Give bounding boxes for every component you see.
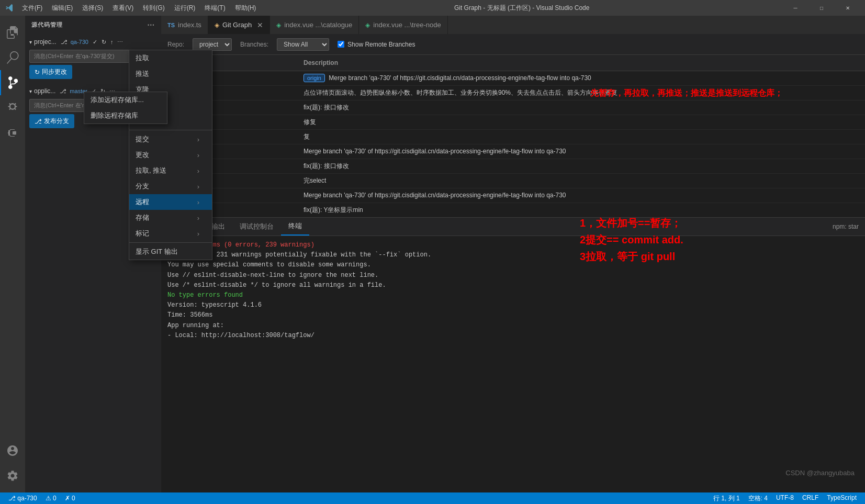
close-button[interactable]: ✕: [836, 0, 860, 16]
status-spaces[interactable]: 空格: 4: [744, 494, 772, 503]
terminal-content[interactable]: ✗ 239 problems (0 errors, 239 warnings) …: [161, 236, 865, 374]
panel-tab-terminal[interactable]: 终端: [281, 218, 309, 236]
activity-debug[interactable]: [0, 95, 25, 120]
status-eol[interactable]: CRLF: [798, 494, 823, 503]
editor-section: Graph Description origin Merge branch 'q…: [161, 55, 865, 492]
sidebar-title-text: 源代码管理: [31, 21, 63, 29]
context-menu-separator: [129, 130, 212, 130]
error-count: 0: [72, 495, 75, 502]
submenu-arrow: ›: [197, 136, 199, 143]
graph-row[interactable]: origin Merge branch 'qa-730' of https://…: [161, 71, 865, 85]
tab-index-vue-tree[interactable]: ◈ index.vue ...\tree-node: [359, 16, 447, 34]
warning-icon: ⚠: [46, 495, 51, 502]
ctx-item-branch[interactable]: 分支›: [129, 178, 212, 194]
commit-desc: Merge branch 'qa-730' of https://git.cis…: [304, 192, 566, 199]
show-remote-checkbox[interactable]: Show Remote Branches: [338, 41, 415, 48]
graph-row[interactable]: fix(题): 接口修改: [161, 100, 865, 115]
ctx-item-pull[interactable]: 拉取: [129, 50, 212, 66]
ctx-label-push: 推送: [136, 69, 149, 79]
context-menu-separator: [129, 242, 212, 243]
submenu-item-add-remote[interactable]: 添加远程存储库...: [84, 92, 167, 108]
terminal-line: - Local: http://localhost:3008/tagflow/: [167, 331, 859, 341]
activity-scm[interactable]: [0, 70, 25, 95]
activity-settings[interactable]: [0, 463, 25, 488]
commit-desc: fix(题): 接口修改: [304, 162, 349, 170]
maximize-button[interactable]: □: [810, 0, 834, 16]
branches-select[interactable]: Show All: [277, 38, 329, 51]
tab-vue2-icon: ◈: [365, 21, 370, 29]
menu-goto[interactable]: 转到(G): [139, 2, 168, 15]
ctx-label-stash: 存储: [136, 213, 149, 222]
tab-index-vue-catalogue[interactable]: ◈ index.vue ...\catalogue: [270, 16, 359, 34]
minimize-button[interactable]: ─: [783, 0, 807, 16]
menu-help[interactable]: 帮助(H): [231, 2, 261, 15]
ctx-item-show-git[interactable]: 显示 GIT 输出: [129, 244, 212, 260]
status-warnings[interactable]: ⚠ 0: [41, 495, 61, 502]
bottom-panel: 问题 52 输出 调试控制台 终端 npm: star: [161, 217, 865, 374]
vscode-icon: [5, 4, 14, 12]
sidebar-title: 源代码管理 ⋯: [25, 16, 161, 34]
repo-projec-branch: qa-730: [71, 39, 88, 45]
terminal-line: You may use special comments to disable …: [167, 260, 859, 270]
publish-branch-btn[interactable]: ⎇ 发布分支: [29, 114, 74, 128]
activity-explorer[interactable]: [0, 20, 25, 45]
publish-icon: ⎇: [35, 118, 42, 125]
ctx-label-pull: 拉取: [136, 53, 149, 63]
terminal-line: App running at:: [167, 321, 859, 331]
repo-select[interactable]: project: [193, 38, 232, 51]
show-remote-input[interactable]: [338, 41, 344, 48]
status-branch[interactable]: ⎇ qa-730: [4, 495, 41, 502]
sync-changes-btn[interactable]: ↻ 同步更改: [29, 65, 72, 79]
menu-view[interactable]: 查看(V): [108, 2, 138, 15]
sidebar-refresh-icon[interactable]: ⋯: [147, 21, 155, 29]
menu-file[interactable]: 文件(F): [18, 2, 47, 15]
graph-row[interactable]: Merge branch 'qa-730' of https://git.cis…: [161, 144, 865, 159]
ctx-item-remote[interactable]: 远程›: [129, 194, 212, 210]
ctx-item-push[interactable]: 推送: [129, 66, 212, 82]
col-description: Description: [297, 55, 865, 71]
menu-terminal[interactable]: 终端(T): [200, 2, 229, 15]
ctx-item-tag[interactable]: 标记›: [129, 226, 212, 241]
ctx-item-changes[interactable]: 更改›: [129, 147, 212, 163]
tab-git-graph[interactable]: ◈ Git Graph ✕: [208, 16, 270, 34]
graph-header: Graph Description: [161, 55, 865, 71]
ctx-item-stash[interactable]: 存储›: [129, 210, 212, 226]
activity-extensions[interactable]: [0, 120, 25, 145]
status-encoding[interactable]: UTF-8: [772, 494, 798, 503]
graph-row[interactable]: 完select: [161, 173, 865, 188]
ctx-label-changes: 更改: [136, 150, 149, 160]
menu-run[interactable]: 运行(R): [170, 2, 200, 15]
graph-row[interactable]: 点位详情页面滚动、趋势图纵坐标小数、时序数据加工、业务分类切换90%、失去焦点点…: [161, 85, 865, 100]
submenu-item-remove-remote[interactable]: 删除远程存储库: [84, 108, 167, 124]
debug-label: 调试控制台: [240, 222, 274, 231]
status-errors[interactable]: ✗ 0: [61, 495, 80, 502]
ctx-item-pull-push[interactable]: 拉取, 推送›: [129, 163, 212, 178]
menu-edit[interactable]: 编辑(E): [48, 2, 77, 15]
panel-tab-debug[interactable]: 调试控制台: [232, 218, 281, 236]
branch-name: qa-730: [17, 495, 37, 502]
title-bar-left: 文件(F) 编辑(E) 选择(S) 查看(V) 转到(G) 运行(R) 终端(T…: [5, 2, 260, 15]
graph-row[interactable]: fix(题): 接口修改: [161, 159, 865, 173]
graph-row[interactable]: fix(题): Y坐标显示min: [161, 203, 865, 217]
activity-search[interactable]: [0, 45, 25, 70]
status-position[interactable]: 行 1, 列 1: [709, 494, 744, 503]
tab-index-ts[interactable]: TS index.ts: [161, 16, 208, 34]
terminal-line: No type errors found: [167, 290, 859, 300]
desc-cell: origin Merge branch 'qa-730' of https://…: [297, 71, 865, 85]
tab-git-graph-close[interactable]: ✕: [257, 21, 263, 29]
menu-select[interactable]: 选择(S): [78, 2, 107, 15]
repo-projec-name: projec...: [34, 38, 57, 46]
commit-desc: fix(题): Y坐标显示min: [304, 206, 363, 214]
graph-row[interactable]: Merge branch 'qa-730' of https://git.cis…: [161, 188, 865, 203]
graph-row[interactable]: 复: [161, 129, 865, 144]
ctx-item-commit[interactable]: 提交›: [129, 131, 212, 147]
repo-projec-header[interactable]: ▾ projec... ⎇ qa-730 ✓ ↻ ↑ ⋯: [25, 36, 161, 48]
desc-cell: Merge branch 'qa-730' of https://git.cis…: [297, 188, 865, 203]
status-language[interactable]: TypeScript: [823, 494, 861, 503]
commit-desc: 复: [304, 133, 310, 140]
graph-row[interactable]: 修复: [161, 115, 865, 129]
panel-right-status: npm: star: [833, 218, 865, 236]
activity-account[interactable]: [0, 438, 25, 463]
sync-btn-label: 同步更改: [42, 68, 67, 76]
terminal-label: 终端: [288, 221, 302, 231]
